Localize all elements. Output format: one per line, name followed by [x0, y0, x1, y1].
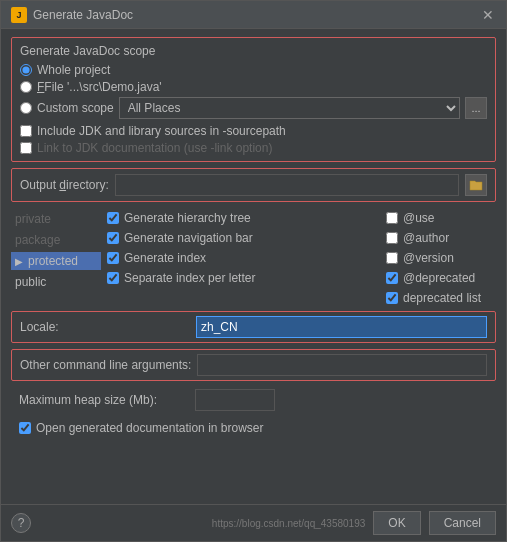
private-label: private	[15, 212, 51, 226]
jdk-checkbox[interactable]	[20, 125, 32, 137]
dialog-title: Generate JavaDoc	[33, 8, 133, 22]
hierarchy-row: Generate hierarchy tree	[107, 211, 380, 225]
locale-label: Locale:	[20, 320, 190, 334]
author-label: @author	[403, 231, 449, 245]
use-checkbox[interactable]	[386, 212, 398, 224]
hierarchy-label: Generate hierarchy tree	[124, 211, 251, 225]
custom-scope-label: Custom scope	[37, 101, 114, 115]
cancel-button[interactable]: Cancel	[429, 511, 496, 535]
link-checkbox[interactable]	[20, 142, 32, 154]
public-label: public	[15, 275, 46, 289]
close-button[interactable]: ✕	[480, 7, 496, 23]
java-icon: J	[11, 7, 27, 23]
generate-javadoc-dialog: J Generate JavaDoc ✕ Generate JavaDoc sc…	[0, 0, 507, 542]
protected-label: protected	[28, 254, 78, 268]
open-docs-row: Open generated documentation in browser	[11, 419, 496, 437]
heap-input[interactable]	[195, 389, 275, 411]
author-checkbox[interactable]	[386, 232, 398, 244]
deprecated-checkbox[interactable]	[386, 272, 398, 284]
jdk-label: Include JDK and library sources in -sour…	[37, 124, 286, 138]
options-checkboxes: Generate hierarchy tree Generate navigat…	[107, 208, 380, 305]
visibility-package[interactable]: package	[11, 231, 101, 249]
navbar-label: Generate navigation bar	[124, 231, 253, 245]
scope-section: Generate JavaDoc scope Whole project FFi…	[11, 37, 496, 162]
open-docs-checkbox[interactable]	[19, 422, 31, 434]
scope-dropdown[interactable]: All Places	[119, 97, 460, 119]
open-docs-label: Open generated documentation in browser	[36, 421, 263, 435]
custom-scope-row: Custom scope All Places ...	[20, 97, 487, 119]
locale-input[interactable]	[196, 316, 487, 338]
file-label: FFile '...\src\Demo.java'	[37, 80, 162, 94]
title-bar-left: J Generate JavaDoc	[11, 7, 133, 23]
help-button[interactable]: ?	[11, 513, 31, 533]
visibility-private[interactable]: private	[11, 210, 101, 228]
output-input[interactable]	[115, 174, 459, 196]
other-args-input[interactable]	[197, 354, 487, 376]
other-args-label: Other command line arguments:	[20, 358, 191, 372]
protected-arrow: ▶	[15, 256, 23, 267]
version-label: @version	[403, 251, 454, 265]
separate-index-row: Separate index per letter	[107, 271, 380, 285]
options-area: private package ▶ protected public Gener…	[11, 208, 496, 305]
deprecated-label: @deprecated	[403, 271, 475, 285]
version-row: @version	[386, 251, 496, 265]
heap-label: Maximum heap size (Mb):	[19, 393, 189, 407]
bottom-bar: ? https://blog.csdn.net/qq_43580193 OK C…	[1, 504, 506, 541]
link-checkbox-row: Link to JDK documentation (use -link opt…	[20, 141, 487, 155]
other-args-section: Other command line arguments:	[11, 349, 496, 381]
scope-dots-button[interactable]: ...	[465, 97, 487, 119]
use-label: @use	[403, 211, 435, 225]
index-label: Generate index	[124, 251, 206, 265]
deprecated-list-row: deprecated list	[386, 291, 496, 305]
version-checkbox[interactable]	[386, 252, 398, 264]
separate-index-checkbox[interactable]	[107, 272, 119, 284]
whole-project-radio[interactable]	[20, 64, 32, 76]
jdk-checkbox-row: Include JDK and library sources in -sour…	[20, 124, 487, 138]
use-row: @use	[386, 211, 496, 225]
file-radio[interactable]	[20, 81, 32, 93]
custom-scope-radio[interactable]	[20, 102, 32, 114]
author-row: @author	[386, 231, 496, 245]
visibility-public[interactable]: public	[11, 273, 101, 291]
radio-group: Whole project FFile '...\src\Demo.java' …	[20, 63, 487, 119]
folder-button[interactable]	[465, 174, 487, 196]
output-section: Output directory:	[11, 168, 496, 202]
dialog-content: Generate JavaDoc scope Whole project FFi…	[1, 29, 506, 504]
deprecated-list-checkbox[interactable]	[386, 292, 398, 304]
visibility-protected[interactable]: ▶ protected	[11, 252, 101, 270]
title-bar: J Generate JavaDoc ✕	[1, 1, 506, 29]
output-label: Output directory:	[20, 178, 109, 192]
separate-index-label: Separate index per letter	[124, 271, 255, 285]
deprecated-row: @deprecated	[386, 271, 496, 285]
locale-section: Locale:	[11, 311, 496, 343]
whole-project-row: Whole project	[20, 63, 487, 77]
deprecated-list-label: deprecated list	[403, 291, 481, 305]
link-label: Link to JDK documentation (use -link opt…	[37, 141, 272, 155]
package-label: package	[15, 233, 60, 247]
navbar-row: Generate navigation bar	[107, 231, 380, 245]
file-row: FFile '...\src\Demo.java'	[20, 80, 487, 94]
index-row: Generate index	[107, 251, 380, 265]
navbar-checkbox[interactable]	[107, 232, 119, 244]
whole-project-label: Whole project	[37, 63, 110, 77]
scope-section-label: Generate JavaDoc scope	[20, 44, 487, 58]
visibility-column: private package ▶ protected public	[11, 208, 101, 305]
index-checkbox[interactable]	[107, 252, 119, 264]
hierarchy-checkbox[interactable]	[107, 212, 119, 224]
at-options-column: @use @author @version @deprecated deprec…	[386, 208, 496, 305]
watermark: https://blog.csdn.net/qq_43580193	[212, 518, 365, 529]
heap-section: Maximum heap size (Mb):	[11, 387, 496, 413]
ok-button[interactable]: OK	[373, 511, 420, 535]
bottom-right: https://blog.csdn.net/qq_43580193 OK Can…	[212, 511, 496, 535]
